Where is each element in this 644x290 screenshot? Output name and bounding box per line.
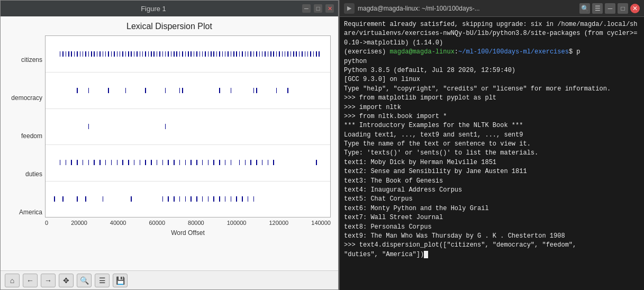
tick-mark: [125, 88, 126, 93]
plot-area: citizens democracy feedom duties America…: [8, 35, 331, 237]
tick-mark: [273, 51, 274, 57]
tick-mark: [253, 88, 255, 93]
terminal-body[interactable]: Requirement already satisfied, skipping …: [340, 17, 644, 290]
home-button[interactable]: ⌂: [5, 274, 20, 287]
tick-mark: [83, 160, 84, 165]
tick-mark: [225, 196, 226, 202]
tick-mark: [231, 88, 232, 93]
terminal-close-button[interactable]: ✕: [630, 4, 640, 13]
tick-mark: [276, 51, 277, 57]
tick-mark: [225, 160, 226, 165]
tick-mark: [256, 51, 257, 57]
tick-mark: [140, 51, 141, 57]
tick-mark: [88, 88, 89, 93]
tick-mark: [287, 51, 288, 57]
x-axis-labels: 0 20000 40000 60000 80000 100000 120000 …: [45, 217, 331, 228]
tick-mark: [196, 51, 197, 57]
tick-mark: [293, 51, 294, 57]
tick-mark: [80, 51, 81, 57]
tick-mark: [151, 160, 152, 165]
forward-button[interactable]: →: [41, 274, 56, 287]
tick-mark: [151, 51, 152, 57]
tick-mark: [94, 51, 95, 57]
tick-mark: [310, 51, 311, 57]
back-button[interactable]: ←: [23, 274, 38, 287]
figure-minimize-button[interactable]: ─: [302, 4, 311, 13]
figure-close-button[interactable]: ✕: [325, 4, 334, 13]
y-label-america: America: [19, 209, 42, 216]
tick-mark: [282, 51, 283, 57]
tick-mark: [165, 124, 166, 129]
tick-mark: [83, 51, 84, 57]
figure-titlebar-right-controls[interactable]: ─ □ ✕: [302, 4, 334, 13]
tick-mark: [91, 51, 92, 57]
x-label-40000: 40000: [110, 220, 126, 226]
terminal-path: ~/ml-100/100days-ml/exercises: [458, 48, 569, 56]
tick-mark: [85, 51, 86, 57]
tick-mark: [122, 51, 123, 57]
tick-mark: [131, 51, 132, 57]
terminal-minimize-button[interactable]: ─: [605, 3, 615, 14]
tick-mark: [316, 160, 317, 165]
y-label-duties: duties: [25, 170, 42, 178]
tick-mark: [120, 51, 121, 57]
terminal-line-2: python: [344, 57, 640, 66]
terminal-line-19: text7: Wall Street Journal: [344, 213, 640, 222]
tick-mark: [103, 51, 104, 57]
tick-mark: [111, 160, 112, 165]
tick-mark: [256, 88, 257, 93]
terminal-titlebar: ▶ magda@magda-linux: ~/ml-100/100days-..…: [340, 0, 644, 17]
tick-mark: [196, 196, 197, 202]
tick-mark: [128, 51, 129, 57]
tick-mark: [162, 160, 164, 165]
tick-mark: [77, 160, 78, 165]
tick-mark: [165, 51, 166, 57]
terminal-maximize-button[interactable]: □: [618, 3, 628, 14]
tick-mark: [239, 160, 240, 165]
pan-button[interactable]: ✥: [59, 274, 74, 287]
tick-mark: [60, 51, 61, 57]
tick-mark: [253, 196, 255, 202]
terminal-search-button[interactable]: 🔍: [579, 3, 590, 14]
tick-mark: [302, 51, 303, 57]
tick-mark: [62, 196, 64, 202]
figure-maximize-button[interactable]: □: [314, 4, 322, 13]
tick-mark: [248, 51, 249, 57]
tick-mark: [268, 51, 269, 57]
tick-mark: [256, 160, 257, 165]
save-button[interactable]: 💾: [113, 274, 128, 287]
x-label-140000: 140000: [311, 220, 331, 226]
tick-mark: [182, 51, 183, 57]
terminal-line-9: *** Introductory Examples for the NLTK B…: [344, 121, 640, 130]
tick-mark: [236, 196, 237, 202]
plot-canvas: [45, 35, 331, 217]
tick-mark: [208, 51, 209, 57]
terminal-line-12: Type: 'texts()' or 'sents()' to list the…: [344, 149, 640, 158]
settings-button[interactable]: ☰: [95, 274, 110, 287]
tick-mark: [62, 51, 64, 57]
x-axis-title: Word Offset: [45, 229, 331, 237]
tick-mark: [191, 196, 192, 202]
terminal-icon: ▶: [344, 3, 355, 14]
terminal-titlebar-right-controls[interactable]: 🔍 ☰ ─ □ ✕: [579, 3, 640, 14]
tick-mark: [179, 88, 180, 93]
tick-mark: [213, 160, 214, 165]
tick-mark: [162, 51, 164, 57]
tick-mark: [205, 51, 206, 57]
y-axis-labels: citizens democracy feedom duties America: [8, 35, 45, 237]
tick-mark: [211, 51, 212, 57]
tick-mark: [159, 51, 160, 57]
tick-mark: [268, 160, 269, 165]
tick-mark: [216, 51, 217, 57]
zoom-button[interactable]: 🔍: [77, 274, 92, 287]
terminal-line-17: text5: Chat Corpus: [344, 195, 640, 204]
terminal-menu-button[interactable]: ☰: [592, 3, 603, 14]
tick-mark: [313, 51, 314, 57]
tick-mark: [185, 196, 186, 202]
tick-mark: [77, 88, 78, 93]
tick-mark: [125, 51, 126, 57]
tick-mark: [191, 160, 192, 165]
tick-mark: [316, 51, 317, 57]
terminal-line-23: "duties", "America"]): [344, 250, 640, 259]
tick-mark: [99, 160, 101, 165]
